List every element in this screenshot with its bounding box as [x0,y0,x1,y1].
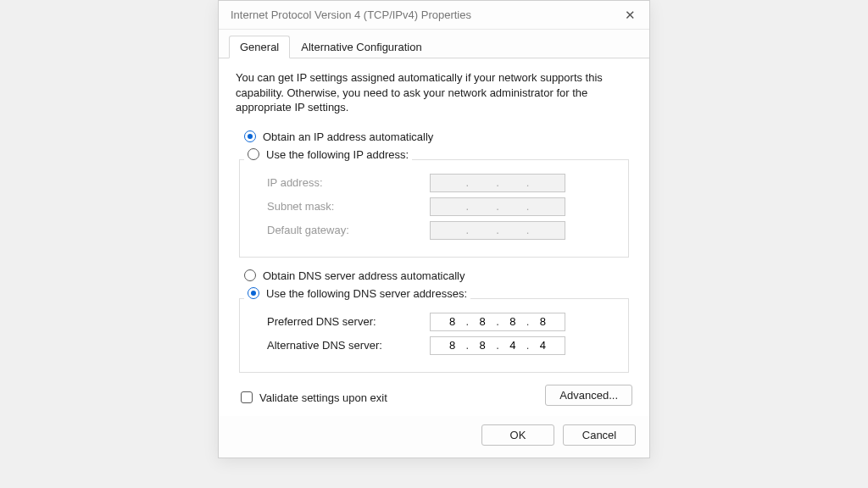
gw-oct2 [470,223,494,237]
preferred-dns-label: Preferred DNS server: [252,315,430,328]
ok-button[interactable]: OK [481,424,554,446]
gw-oct1 [441,223,465,237]
mask-oct4 [531,199,554,214]
dot-icon: . [525,339,531,352]
dialog-buttons: OK Cancel [219,416,649,458]
ipv4-properties-dialog: Internet Protocol Version 4 (TCP/IPv4) P… [218,0,650,458]
dot-icon: . [465,224,471,236]
ip-address-oct2 [470,175,494,190]
mask-oct3 [501,199,525,214]
gateway-label: Default gateway: [252,224,430,236]
intro-text: You can get IP settings assigned automat… [236,70,632,115]
alt-dns-oct2[interactable] [470,338,494,352]
pref-dns-oct1[interactable] [441,314,465,329]
dot-icon: . [465,339,471,352]
gw-oct4 [531,223,554,237]
dot-icon: . [525,176,531,189]
dot-icon: . [525,200,531,213]
dot-icon: . [525,315,531,328]
cancel-button[interactable]: Cancel [563,424,636,446]
titlebar: Internet Protocol Version 4 (TCP/IPv4) P… [219,1,649,30]
gw-oct3 [501,223,525,237]
tab-general[interactable]: General [229,36,290,58]
ip-address-oct4 [531,175,554,190]
ip-manual-label: Use the following IP address: [266,148,409,161]
ip-address-label: IP address: [252,176,430,189]
dot-icon: . [525,224,531,236]
dot-icon: . [465,315,471,328]
subnet-mask-input: . . . [430,197,565,216]
advanced-button[interactable]: Advanced... [545,385,632,406]
dot-icon: . [494,200,501,213]
dot-icon: . [465,200,471,213]
dns-manual-radio[interactable] [248,287,259,299]
alt-dns-oct1[interactable] [441,338,465,352]
close-icon[interactable]: ✕ [619,4,641,26]
validate-row[interactable]: Validate settings upon exit [241,391,387,404]
ip-auto-radio[interactable] [244,130,256,142]
dot-icon: . [494,176,501,189]
alt-dns-oct4[interactable] [531,338,554,352]
dot-icon: . [494,224,501,236]
gateway-input: . . . [430,221,565,240]
alt-dns-input[interactable]: . . . [430,336,565,355]
dns-auto-radio[interactable] [244,269,256,281]
ip-manual-group: IP address: . . . Subnet mask: [239,159,629,258]
dot-icon: . [494,315,501,328]
window-title: Internet Protocol Version 4 (TCP/IPv4) P… [231,8,471,21]
validate-checkbox[interactable] [241,391,253,403]
ip-manual-radio[interactable] [248,148,259,160]
dns-auto-label: Obtain DNS server address automatically [263,269,465,282]
alt-dns-label: Alternative DNS server: [252,339,430,352]
tab-alt-config[interactable]: Alternative Configuration [290,36,432,58]
pref-dns-oct3[interactable] [501,314,525,329]
ip-address-oct3 [501,175,525,190]
mask-oct1 [441,199,465,214]
ip-auto-label: Obtain an IP address automatically [263,130,433,143]
tab-body: You can get IP settings assigned automat… [219,58,649,416]
dot-icon: . [465,176,471,189]
validate-label: Validate settings upon exit [259,391,387,404]
bottom-row: Validate settings upon exit Advanced... [236,385,632,406]
dns-manual-label: Use the following DNS server addresses: [266,287,467,300]
dot-icon: . [494,339,501,352]
mask-oct2 [470,199,494,214]
ip-address-oct1 [441,175,465,190]
dns-auto-row[interactable]: Obtain DNS server address automatically [244,269,632,282]
dns-manual-group: Preferred DNS server: . . . Alternative … [239,298,629,373]
ip-manual-row[interactable]: Use the following IP address: [244,148,632,161]
preferred-dns-input[interactable]: . . . [430,313,565,331]
dns-manual-row[interactable]: Use the following DNS server addresses: [244,287,632,300]
tabs: General Alternative Configuration [219,30,649,58]
ip-address-input: . . . [430,174,565,192]
pref-dns-oct4[interactable] [531,314,554,329]
alt-dns-oct3[interactable] [501,338,525,352]
subnet-mask-label: Subnet mask: [252,200,430,213]
pref-dns-oct2[interactable] [470,314,494,329]
ip-auto-row[interactable]: Obtain an IP address automatically [244,130,632,143]
